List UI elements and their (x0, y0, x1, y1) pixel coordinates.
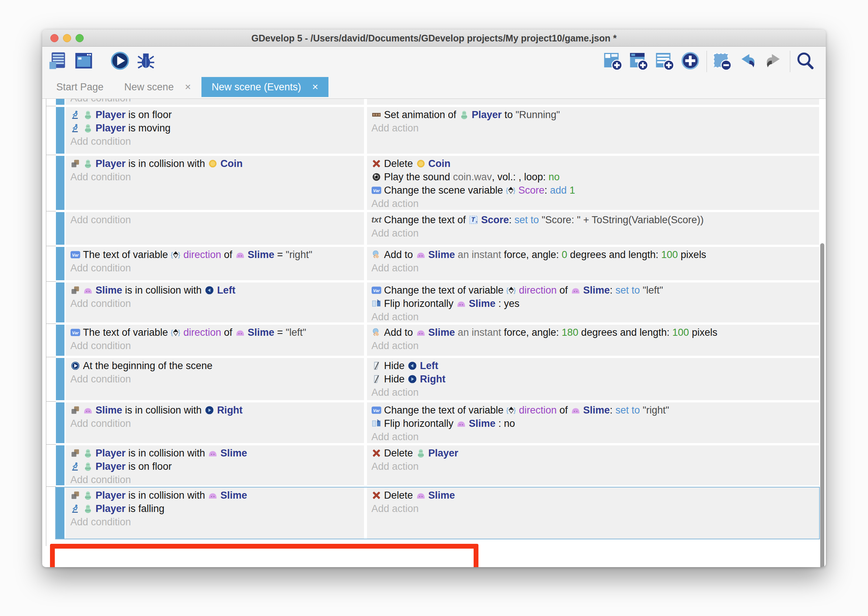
play-button[interactable] (110, 50, 131, 72)
text-token: Add to (384, 249, 416, 261)
add-new-button[interactable] (680, 50, 701, 72)
window-title: GDevelop 5 - /Users/david/Documents/GDev… (42, 30, 826, 47)
condition[interactable]: VarThe text of variable {}direction of S… (66, 248, 364, 261)
add-action-button[interactable]: Add action (367, 460, 819, 473)
action[interactable]: Flip horizontally Slime : no (367, 417, 819, 430)
conditions-cell: Add condition (66, 212, 364, 245)
anim-icon (371, 110, 381, 119)
action[interactable]: Flip horizontally Slime : yes (367, 297, 819, 310)
project-manager-button[interactable] (47, 50, 68, 72)
add-condition-button[interactable]: Add condition (66, 473, 364, 485)
event-handle[interactable] (56, 107, 64, 154)
action[interactable]: Hide Right (367, 372, 819, 386)
add-condition-button[interactable]: Add condition (66, 515, 364, 529)
add-action-button[interactable]: Add action (367, 430, 819, 443)
tab-new-scene[interactable]: New scene× (114, 77, 201, 97)
add-condition-button[interactable]: Add condition (66, 99, 364, 105)
actions-cell: Set animation of Player to "Running"Add … (367, 107, 819, 154)
player-icon (83, 123, 93, 133)
add-condition-button[interactable]: Add condition (66, 213, 364, 226)
redo-button[interactable] (763, 50, 784, 72)
slime-icon (416, 250, 426, 259)
scene-editor-button[interactable] (73, 50, 94, 72)
event-handle[interactable] (56, 247, 64, 280)
scrollbar-thumb[interactable] (820, 243, 824, 567)
event-handle[interactable] (56, 445, 64, 485)
add-condition-button[interactable]: Add condition (66, 417, 364, 430)
delete-event-button[interactable] (711, 50, 732, 72)
debug-button[interactable] (135, 50, 156, 72)
action[interactable]: Play the sound coin.wav, vol.: , loop: n… (367, 170, 819, 184)
action[interactable]: VarChange the scene variable {}Score: ad… (367, 184, 819, 197)
delete-icon (371, 159, 381, 168)
condition[interactable]: Player is in collision with Slime (66, 446, 364, 460)
tab-new-scene-events-[interactable]: New scene (Events)× (201, 77, 329, 97)
text-token: Player (96, 461, 126, 472)
condition[interactable]: Player is in collision with Slime (66, 489, 364, 502)
flip-icon (371, 299, 381, 308)
add-action-button[interactable]: Add action (367, 121, 819, 135)
add-condition-button[interactable]: Add condition (66, 261, 364, 275)
condition[interactable]: Player is on floor (66, 108, 364, 121)
action[interactable]: Add to Slime an instant force, angle: 0 … (367, 248, 819, 261)
event-handle[interactable] (56, 402, 64, 443)
slime-icon (208, 490, 218, 500)
tree-line (46, 99, 46, 546)
svg-text:{: { (506, 407, 508, 414)
undo-button[interactable] (737, 50, 758, 72)
add-action-button[interactable]: Add action (367, 310, 819, 322)
condition[interactable]: Player is falling (66, 502, 364, 515)
action[interactable]: Set animation of Player to "Running" (367, 108, 819, 121)
condition[interactable]: Player is moving (66, 121, 364, 135)
add-condition-button[interactable]: Add condition (66, 339, 364, 352)
action[interactable]: Delete Coin (367, 157, 819, 170)
event-handle[interactable] (56, 487, 64, 539)
toolbar-separator (790, 51, 790, 72)
collision-icon (70, 448, 80, 458)
condition[interactable]: Player is on floor (66, 460, 364, 473)
action[interactable]: VarChange the text of variable {}directi… (367, 284, 819, 297)
add-condition-button[interactable]: Add condition (66, 297, 364, 310)
condition[interactable]: VarThe text of variable {}direction of S… (66, 326, 364, 339)
event-handle[interactable] (56, 325, 64, 356)
action[interactable]: Add to Slime an instant force, angle: 18… (367, 326, 819, 339)
tab-start-page[interactable]: Start Page (46, 77, 114, 97)
event-handle[interactable] (56, 156, 64, 210)
add-comment-button[interactable] (654, 50, 675, 72)
tab-close-icon[interactable]: × (185, 81, 191, 93)
text-token: of (221, 327, 235, 338)
add-action-button[interactable]: Add action (367, 502, 819, 515)
text-token: : yes (495, 298, 519, 310)
event-handle[interactable] (56, 99, 64, 105)
add-condition-button[interactable]: Add condition (66, 170, 364, 184)
condition[interactable]: Player is in collision with Coin (66, 157, 364, 170)
add-action-button[interactable]: Add action (367, 197, 819, 210)
action[interactable]: VarChange the text of variable {}directi… (367, 404, 819, 417)
condition[interactable]: At the beginning of the scene (66, 359, 364, 372)
slime-icon (571, 285, 581, 295)
search-button[interactable] (795, 50, 815, 72)
tab-close-icon[interactable]: × (312, 81, 318, 93)
add-sub-event-button[interactable] (628, 50, 649, 72)
add-condition-button[interactable]: Add condition (66, 372, 364, 386)
add-condition-button[interactable]: Add condition (66, 135, 364, 148)
add-action-button[interactable]: Add action (367, 339, 819, 352)
event-handle[interactable] (56, 212, 64, 245)
action[interactable]: Hide Left (367, 359, 819, 372)
add-action-button[interactable]: Add action (367, 386, 819, 399)
action[interactable]: Delete Slime (367, 489, 819, 502)
add-action-button[interactable]: Add action (367, 226, 819, 240)
add-action-button[interactable]: Add action (367, 261, 819, 275)
event-handle[interactable] (56, 283, 64, 322)
tree-branch-tick (46, 155, 56, 155)
condition[interactable]: Slime is in collision with Right (66, 404, 364, 417)
search-icon (795, 51, 815, 72)
action[interactable]: Delete Player (367, 446, 819, 460)
add-event-button[interactable] (602, 50, 623, 72)
collision-icon (70, 405, 80, 415)
text-token: force, angle: (504, 327, 562, 338)
condition[interactable]: Slime is in collision with Left (66, 284, 364, 297)
action[interactable]: txtChange the text of TxScore: set to "S… (367, 213, 819, 226)
svg-text:{: { (171, 329, 173, 336)
event-handle[interactable] (56, 358, 64, 400)
